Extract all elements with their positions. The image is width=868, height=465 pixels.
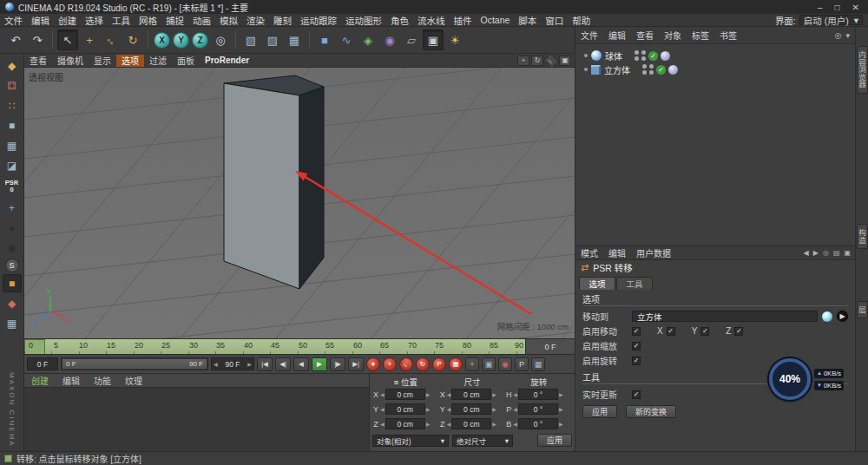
frame-field[interactable]: 0 F	[526, 339, 575, 354]
target-button[interactable]: ◉	[498, 357, 512, 371]
model-mode-button[interactable]: ■	[3, 116, 22, 134]
om-menu-view[interactable]: 查看	[631, 29, 659, 42]
viewport-canvas[interactable]: Y X Z	[24, 68, 575, 338]
move-button[interactable]: +	[79, 29, 100, 50]
add-camera-button[interactable]: ▣	[423, 29, 444, 50]
attr-menu-mode[interactable]: 模式	[575, 246, 603, 259]
menu-sculpt[interactable]: 雕刻	[269, 14, 296, 27]
menu-script[interactable]: 脚本	[514, 14, 541, 27]
close-button[interactable]: ✕	[852, 3, 859, 12]
play-button[interactable]: ▶	[312, 357, 327, 371]
phong-tag-icon[interactable]	[668, 65, 678, 75]
snapshot-button[interactable]: ▦	[531, 357, 545, 371]
magnet-tool-button[interactable]: ◆	[3, 294, 22, 312]
orbit-view-icon[interactable]: ↻	[531, 56, 543, 66]
vp-menu-options[interactable]: 选项	[116, 55, 144, 67]
tab-layers[interactable]: 层	[857, 301, 868, 319]
snap-mode-button[interactable]: S	[5, 259, 19, 272]
menu-character[interactable]: 角色	[386, 14, 413, 27]
cube-object[interactable]	[224, 75, 324, 289]
search-icon[interactable]: ◎	[835, 31, 842, 40]
enabled-check-icon[interactable]: ✓	[656, 65, 666, 75]
stepper-right-icon[interactable]: ▶	[492, 391, 496, 397]
realtime-checkbox[interactable]: ✓	[632, 390, 641, 399]
stepper-left-icon[interactable]: ◀	[214, 361, 218, 367]
record-scale-button[interactable]: ↔	[397, 354, 417, 374]
axis-mode-button[interactable]: +	[3, 199, 22, 217]
om-menu-tags[interactable]: 标签	[687, 29, 714, 42]
recorder-overlay[interactable]: 40% ▲ 0KB/s ▼ 0KB/s	[769, 356, 866, 403]
menu-pipeline[interactable]: 流水线	[413, 14, 450, 27]
menu-plugins[interactable]: 插件	[450, 14, 477, 27]
add-light-button[interactable]: ☀	[444, 29, 465, 50]
vp-menu-filter[interactable]: 过滤	[144, 55, 172, 67]
maximize-button[interactable]: □	[835, 3, 840, 12]
scale-button[interactable]: ↔	[101, 29, 122, 50]
menu-select[interactable]: 选择	[81, 14, 108, 27]
active-tool-button[interactable]: ■	[3, 274, 22, 292]
size-z-field[interactable]: 0 cm	[451, 418, 491, 429]
pan-view-icon[interactable]: +	[517, 56, 529, 66]
menu-edit[interactable]: 编辑	[27, 14, 54, 27]
mat-tab-edit[interactable]: 编辑	[56, 374, 87, 387]
interface-select[interactable]: 启动 (用户) ▾	[799, 15, 863, 25]
layers-button[interactable]: ▦	[3, 314, 22, 332]
points-grid-button[interactable]: ∷	[3, 96, 22, 115]
rotate-button[interactable]: ↻	[122, 29, 143, 50]
points-mode-button[interactable]: ●	[3, 219, 22, 237]
enabled-check-icon[interactable]: ✓	[648, 51, 658, 61]
vp-menu-cameras[interactable]: 摄像机	[52, 55, 89, 67]
visibility-dots-icon[interactable]	[635, 50, 639, 61]
object-row-cube[interactable]: 立方体 ✓	[575, 62, 855, 76]
stepper-right-icon[interactable]: ▶	[559, 391, 563, 397]
goto-end-button[interactable]: ▶|	[348, 357, 364, 371]
menu-lines-icon[interactable]: ≡	[394, 377, 399, 387]
preview-range-slider[interactable]: 0 F 90 F	[61, 357, 208, 370]
vp-menu-view[interactable]: 查看	[24, 55, 52, 67]
y-axis-lock-button[interactable]: Y	[173, 32, 189, 49]
history-forward-icon[interactable]: ▶	[813, 249, 819, 257]
move-to-field[interactable]: 立方体	[632, 311, 818, 322]
menu-create[interactable]: 创建	[54, 14, 81, 27]
filter-icon[interactable]: ▾	[845, 31, 850, 40]
size-x-field[interactable]: 0 cm	[451, 389, 491, 400]
size-mode-select[interactable]: 绝对尺寸 ▾	[452, 435, 513, 447]
stepper-right-icon[interactable]: ▶	[492, 406, 496, 412]
record-parameter-button[interactable]: P	[432, 357, 446, 371]
stepper-right-icon[interactable]: ▶	[247, 361, 252, 367]
current-frame-field[interactable]: 0 F	[27, 357, 58, 370]
record-keyframe-button[interactable]: ●	[366, 357, 380, 371]
vp-menu-display[interactable]: 显示	[89, 55, 116, 67]
stepper-left-icon[interactable]: ◀	[447, 421, 451, 427]
range-thumb[interactable]: 0 F 90 F	[62, 359, 207, 369]
menu-file[interactable]: 文件	[0, 14, 27, 27]
undo-button[interactable]: ↶	[5, 29, 26, 50]
om-menu-objects[interactable]: 对象	[659, 29, 687, 42]
prev-key-button[interactable]: ◀|	[275, 357, 291, 371]
stepper-right-icon[interactable]: ▶	[426, 421, 431, 427]
stepper-left-icon[interactable]: ◀	[447, 391, 451, 397]
z-checkbox[interactable]: ✓	[734, 327, 743, 336]
parameter-mode-button[interactable]: P	[515, 357, 529, 371]
om-menu-bookmarks[interactable]: 书签	[714, 29, 742, 42]
y-checkbox[interactable]: ✓	[700, 327, 709, 336]
coordinates-apply-button[interactable]: 应用	[537, 434, 572, 447]
workplane-mode-button[interactable]: ◪	[3, 156, 22, 174]
enable-move-checkbox[interactable]: ✓	[632, 327, 641, 336]
history-back-icon[interactable]: ◀	[804, 249, 809, 257]
render-dots-icon[interactable]	[641, 50, 646, 61]
coordinate-mode-select[interactable]: 对象(相对) ▾	[372, 435, 449, 447]
viewport-perspective[interactable]: Y X Z 透视视图 网格间距 : 1000 cm	[24, 68, 575, 338]
current-frame-marker[interactable]	[24, 339, 45, 355]
vp-menu-panel[interactable]: 面板	[172, 55, 200, 67]
add-deformer-button[interactable]: ◉	[379, 29, 400, 50]
pos-z-field[interactable]: 0 cm	[385, 418, 425, 429]
menu-window[interactable]: 窗口	[541, 14, 568, 27]
apply-button[interactable]: 应用	[582, 405, 617, 418]
record-position-button[interactable]: +	[383, 357, 397, 371]
rot-b-field[interactable]: 0 °	[518, 418, 558, 429]
x-axis-lock-button[interactable]: X	[154, 32, 170, 49]
tab-options[interactable]: 选项	[579, 277, 615, 290]
add-mograph-button[interactable]: ◈	[358, 29, 378, 50]
cube-left-face[interactable]	[224, 83, 299, 289]
